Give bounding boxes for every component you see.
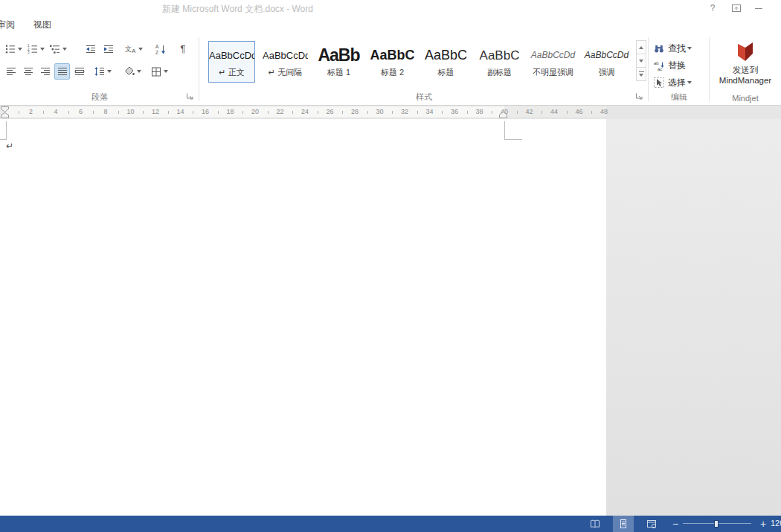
print-layout-button[interactable] bbox=[613, 516, 634, 532]
numbering-button[interactable]: 123 bbox=[25, 41, 45, 57]
ruler-number: 36 bbox=[451, 108, 458, 115]
tab-view[interactable]: 视图 bbox=[28, 16, 57, 33]
decrease-indent-icon bbox=[85, 43, 97, 55]
tab-review[interactable]: 审阅 bbox=[0, 16, 21, 33]
zoom-slider-thumb[interactable] bbox=[714, 520, 719, 528]
justify-button[interactable] bbox=[54, 63, 70, 80]
ruler-number: 8 bbox=[103, 108, 107, 115]
multilevel-list-button[interactable] bbox=[48, 41, 68, 57]
increase-indent-button[interactable] bbox=[101, 41, 116, 57]
chevron-down-icon bbox=[687, 47, 692, 50]
gallery-scroll-down-button[interactable] bbox=[636, 54, 646, 68]
ruler-number: 24 bbox=[301, 108, 309, 115]
chevron-down-icon bbox=[164, 70, 168, 73]
gallery-more-button[interactable] bbox=[636, 67, 646, 81]
distribute-icon bbox=[74, 65, 86, 77]
style-gallery: AaBbCcDd↵ 正文AaBbCcDd↵ 无间隔AaBb标题 1AaBbC标题… bbox=[208, 41, 637, 84]
style-card[interactable]: AaBbCcDd↵ 无间隔 bbox=[262, 41, 309, 83]
style-card[interactable]: AaBbCcDd↵ 正文 bbox=[208, 41, 255, 83]
first-line-indent-marker[interactable] bbox=[1, 106, 9, 112]
send-to-mindmanager-button[interactable]: 发送到 MindManager bbox=[716, 39, 775, 96]
mindmanager-logo-icon bbox=[736, 41, 755, 62]
chevron-down-icon bbox=[62, 48, 67, 51]
ruler[interactable]: 2468101214161820222426283032343638404244… bbox=[0, 105, 781, 119]
sort-icon: AZ bbox=[155, 43, 167, 55]
select-button[interactable]: 选择 bbox=[653, 75, 692, 90]
page[interactable]: ↵ bbox=[0, 119, 606, 516]
distribute-button[interactable] bbox=[71, 63, 87, 80]
mindjet-group: 发送到 MindManager Mindjet bbox=[710, 33, 781, 105]
editing-group: 查找 abac 替换 选择 编辑 bbox=[649, 33, 710, 105]
titlebar: 新建 Microsoft Word 文档.docx - Word ? bbox=[0, 0, 781, 16]
hanging-indent-marker[interactable] bbox=[1, 112, 9, 118]
web-layout-button[interactable] bbox=[641, 516, 662, 532]
ribbon-tab-row: 审阅 视图 bbox=[0, 16, 781, 33]
ruler-tick bbox=[93, 111, 94, 114]
multilevel-list-icon bbox=[49, 43, 61, 55]
paragraph-group: 123 文A AZ ¶ bbox=[0, 33, 199, 105]
zoom-out-button[interactable]: − bbox=[665, 516, 686, 532]
align-center-icon bbox=[22, 65, 34, 77]
align-center-button[interactable] bbox=[20, 63, 36, 80]
sort-button[interactable]: AZ bbox=[153, 41, 168, 57]
style-label: 标题 bbox=[423, 67, 469, 77]
chevron-down-icon bbox=[40, 48, 45, 51]
asian-layout-button[interactable]: 文A bbox=[122, 41, 146, 57]
ruler-number: 26 bbox=[326, 108, 333, 115]
style-label: ↵ 无间隔 bbox=[263, 67, 308, 77]
gallery-scroll-up-button[interactable] bbox=[636, 40, 646, 54]
style-card[interactable]: AaBbC标题 bbox=[422, 41, 469, 83]
web-layout-icon bbox=[646, 518, 658, 530]
find-button[interactable]: 查找 bbox=[653, 41, 692, 56]
document-area: ↵ bbox=[0, 119, 781, 516]
shading-button[interactable] bbox=[120, 63, 144, 80]
select-cursor-icon bbox=[653, 77, 665, 89]
paragraph-dialog-launcher[interactable] bbox=[185, 92, 195, 101]
show-hide-marks-button[interactable]: ¶ bbox=[176, 41, 190, 57]
ruler-tick bbox=[218, 111, 219, 114]
help-button[interactable]: ? bbox=[702, 0, 723, 16]
style-card[interactable]: AaBbCcDd强调 bbox=[583, 41, 630, 83]
minimize-button[interactable] bbox=[748, 0, 769, 16]
bullets-button[interactable] bbox=[3, 41, 23, 57]
replace-icon: abac bbox=[653, 60, 665, 71]
ribbon-display-options-button[interactable] bbox=[726, 0, 747, 16]
replace-label: 替换 bbox=[668, 60, 686, 72]
line-spacing-button[interactable] bbox=[92, 63, 113, 80]
align-left-button[interactable] bbox=[3, 63, 19, 80]
style-card[interactable]: AaBb标题 1 bbox=[315, 41, 362, 83]
style-card[interactable]: AaBbC标题 2 bbox=[369, 41, 416, 83]
triangle-down-icon bbox=[639, 60, 643, 63]
mindjet-group-label: Mindjet bbox=[710, 94, 781, 103]
ribbon: 123 文A AZ ¶ bbox=[0, 33, 781, 106]
style-label: 不明显强调 bbox=[530, 67, 576, 77]
svg-text:Z: Z bbox=[155, 50, 158, 55]
ruler-number: 34 bbox=[425, 108, 433, 115]
style-gallery-scrollbar bbox=[636, 41, 646, 81]
right-indent-marker[interactable] bbox=[499, 112, 507, 118]
style-label: 副标题 bbox=[477, 67, 522, 77]
zoom-level[interactable]: 120% bbox=[771, 519, 781, 528]
styles-group: AaBbCcDd↵ 正文AaBbCcDd↵ 无间隔AaBb标题 1AaBbC标题… bbox=[199, 33, 649, 105]
replace-button[interactable]: abac 替换 bbox=[653, 58, 686, 73]
chevron-down-icon bbox=[18, 48, 22, 51]
ruler-tick bbox=[242, 111, 243, 114]
ruler-number: 10 bbox=[126, 108, 134, 115]
styles-dialog-launcher[interactable] bbox=[634, 92, 644, 101]
decrease-indent-button[interactable] bbox=[83, 41, 98, 57]
ruler-number: 46 bbox=[575, 108, 582, 115]
ruler-number: 16 bbox=[202, 108, 209, 115]
ruler-tick bbox=[292, 111, 293, 114]
align-right-button[interactable] bbox=[37, 63, 53, 80]
ruler-tick bbox=[43, 111, 44, 114]
style-card[interactable]: AaBbC副标题 bbox=[476, 41, 523, 83]
select-label: 选择 bbox=[668, 77, 686, 89]
ruler-number: 18 bbox=[226, 108, 234, 115]
paragraph-group-label: 段落 bbox=[0, 92, 199, 103]
ruler-tick bbox=[591, 111, 592, 114]
ruler-tick bbox=[541, 111, 542, 114]
svg-text:3: 3 bbox=[28, 51, 30, 54]
borders-button[interactable] bbox=[147, 63, 171, 80]
style-card[interactable]: AaBbCcDd不明显强调 bbox=[530, 41, 576, 83]
read-mode-button[interactable] bbox=[585, 516, 605, 532]
